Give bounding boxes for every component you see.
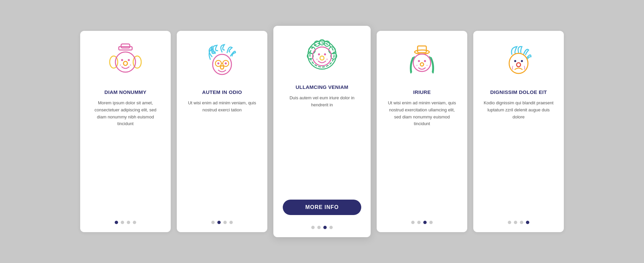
svg-point-41 [514,60,516,62]
card-4-title: IRIURE [413,89,431,95]
svg-point-7 [123,61,127,65]
dot [323,226,327,229]
svg-point-16 [220,66,224,69]
svg-point-40 [509,53,528,73]
svg-point-35 [418,60,420,62]
dot [115,221,118,224]
svg-point-5 [121,59,123,61]
dot [520,221,523,224]
card-3-dots [311,222,333,229]
svg-rect-33 [418,46,426,53]
svg-point-31 [326,59,328,60]
svg-point-15 [225,62,227,64]
card-3: ULLAMCING VENIAM Duis autem vel eum iriu… [273,26,371,237]
dot [121,221,124,224]
card-1-dots [115,217,136,224]
svg-point-6 [128,59,130,61]
svg-point-9 [130,64,131,66]
dot [217,221,221,224]
svg-point-14 [217,62,219,64]
dot [514,221,517,224]
card-3-text: Duis autem vel eum iriure dolor in hendr… [283,95,361,193]
card-4: IRIURE Ut wisi enim ad minim veniam, qui… [377,31,467,232]
clown4-icon [402,41,442,81]
dot [229,221,233,224]
card-2: AUTEM IN ODIO Ut wisi enim ad minim veni… [177,31,267,232]
dot [223,221,227,224]
dot [429,221,433,224]
dot [329,226,333,229]
card-5-text: Kodio dignissim qui blandit praesent lup… [483,100,554,210]
svg-point-37 [420,63,424,66]
card-3-title: ULLAMCING VENIAM [296,84,348,90]
svg-point-38 [416,65,418,66]
dot [317,226,321,229]
svg-point-32 [415,50,429,54]
dot [127,221,130,224]
svg-point-25 [319,40,325,45]
card-4-dots [411,217,433,224]
more-info-button[interactable]: MORE INFO [283,200,361,215]
card-1-title: DIAM NONUMMY [104,89,146,95]
card-2-title: AUTEM IN ODIO [202,89,242,95]
svg-point-4 [115,52,136,72]
svg-point-28 [324,53,326,55]
dot [423,221,427,224]
clown5-icon [498,41,539,81]
dot [508,221,511,224]
card-5-dots [508,217,529,224]
svg-rect-3 [121,44,130,48]
dot [526,221,529,224]
card-2-dots [211,217,233,224]
cards-container: DIAM NONUMMY Morem ipsum dolor sit amet,… [60,12,584,251]
svg-point-43 [517,63,521,67]
dot [311,226,315,229]
svg-point-29 [320,56,324,60]
svg-point-36 [424,60,426,62]
svg-point-42 [521,60,523,62]
card-5: DIGNISSIM DOLOE EIT Kodio dignissim qui … [473,31,564,232]
clown2-icon [202,41,242,81]
card-1: DIAM NONUMMY Morem ipsum dolor sit amet,… [80,31,171,232]
svg-point-39 [426,65,428,66]
card-2-text: Ut wisi enim ad minim veniam, quis nostr… [186,100,258,210]
card-5-title: DIGNISSIM DOLOE EIT [490,89,547,95]
svg-point-8 [120,64,121,66]
card-1-text: Morem ipsum dolor sit amet, consectetuer… [90,100,161,210]
dot [411,221,415,224]
dot [417,221,421,224]
dot [211,221,215,224]
card-4-text: Ut wisi enim ad minim veniam, quis nostr… [386,100,458,210]
clown3-icon [302,36,342,76]
svg-point-27 [318,53,320,55]
svg-point-30 [316,59,318,60]
clown1-icon [105,41,146,81]
dot [133,221,136,224]
